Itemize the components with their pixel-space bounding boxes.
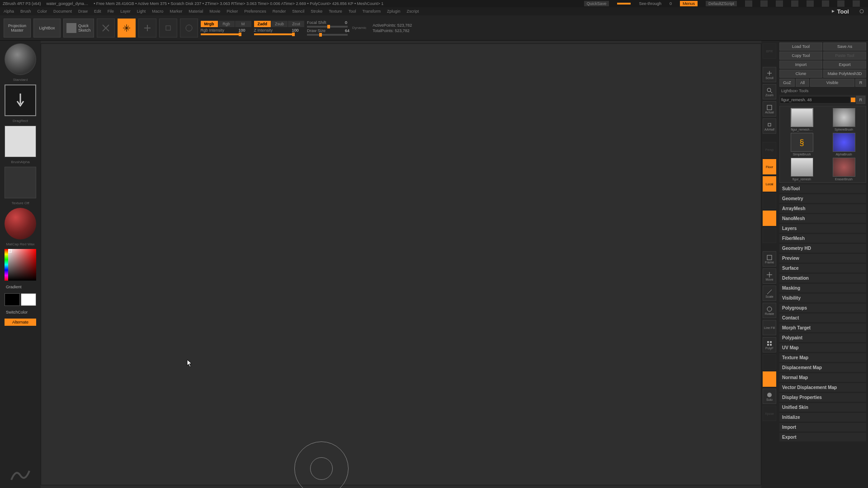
lframe-button[interactable]: [763, 193, 776, 209]
section-surface[interactable]: Surface: [779, 264, 866, 272]
z-intensity-slider[interactable]: [254, 33, 295, 35]
section-layers[interactable]: Layers: [779, 224, 866, 233]
section-polygroups[interactable]: Polygroups: [779, 304, 866, 312]
menu-picker[interactable]: Picker: [226, 9, 238, 14]
texture-preview[interactable]: [5, 167, 36, 198]
ghost-button[interactable]: [763, 371, 776, 387]
import-button[interactable]: Import: [779, 61, 822, 69]
gradient-button[interactable]: Gradient: [5, 283, 36, 291]
switch-color-button[interactable]: SwitchColor: [5, 309, 36, 316]
clone-button[interactable]: Clone: [779, 70, 822, 78]
section-geometry[interactable]: Geometry: [779, 194, 866, 203]
edit-mode-button[interactable]: [97, 19, 115, 38]
menu-color[interactable]: Color: [38, 9, 47, 14]
section-displayprops[interactable]: Display Properties: [779, 393, 866, 402]
zadd-button[interactable]: Zadd: [254, 21, 271, 27]
move-mode-button[interactable]: [138, 19, 156, 38]
section-normalmap[interactable]: Normal Map: [779, 373, 866, 382]
canvas-scale-button[interactable]: Scale: [763, 286, 776, 301]
rotate-mode-button[interactable]: [180, 19, 198, 38]
menu-edit[interactable]: Edit: [94, 9, 101, 14]
z-intensity-value[interactable]: 100: [292, 28, 299, 33]
section-nanomesh[interactable]: NanoMesh: [779, 214, 866, 223]
pin-icon[interactable]: [859, 9, 864, 14]
menu-zplugin[interactable]: Zplugin: [387, 9, 401, 14]
linefill-button[interactable]: Line Fill: [763, 320, 776, 335]
section-morphtarget[interactable]: Morph Target: [779, 324, 866, 332]
quick-sketch-button[interactable]: Quick Sketch: [63, 19, 94, 38]
section-unifiedskin[interactable]: Unified Skin: [779, 403, 866, 412]
window-btn-2[interactable]: [760, 0, 768, 7]
scale-mode-button[interactable]: [159, 19, 177, 38]
section-export[interactable]: Export: [779, 433, 866, 441]
menu-brush[interactable]: Brush: [20, 9, 31, 14]
zsub-button[interactable]: Zsub: [271, 21, 288, 27]
goz-visible-button[interactable]: Visible: [810, 79, 854, 87]
menu-file[interactable]: File: [108, 9, 114, 14]
zcut-button[interactable]: Zcut: [288, 21, 304, 27]
tool-item-figur[interactable]: figur_remesh…: [782, 108, 822, 131]
projection-master-button[interactable]: Projection Master: [4, 19, 31, 38]
section-arraymesh[interactable]: ArrayMesh: [779, 204, 866, 213]
rgb-intensity-value[interactable]: 100: [239, 28, 245, 33]
menu-marker[interactable]: Marker: [170, 9, 182, 14]
section-subtool[interactable]: SubTool: [779, 184, 866, 193]
window-btn-4[interactable]: [791, 0, 798, 7]
menu-alpha[interactable]: Alpha: [4, 9, 14, 14]
menus-button[interactable]: Menus: [680, 1, 698, 6]
menu-stroke[interactable]: Stroke: [311, 9, 322, 14]
floor-button[interactable]: Floor: [763, 159, 776, 174]
stroke-preview[interactable]: [5, 84, 36, 116]
section-uvmap[interactable]: UV Map: [779, 343, 866, 352]
window-btn-5[interactable]: [807, 0, 814, 7]
solo-button[interactable]: Solo: [763, 389, 776, 404]
menu-texture[interactable]: Texture: [329, 9, 342, 14]
mrgb-button[interactable]: Mrgb: [201, 21, 218, 27]
menu-tool[interactable]: Tool: [349, 9, 356, 14]
rgb-intensity-slider[interactable]: [201, 33, 241, 35]
transp-button[interactable]: [763, 354, 776, 370]
bpr-button[interactable]: BPR: [763, 43, 776, 59]
section-initialize[interactable]: Initialize: [779, 413, 866, 422]
brush-preview[interactable]: [5, 43, 36, 75]
draw-mode-button[interactable]: [118, 19, 136, 38]
tool-item-eraser[interactable]: EraserBrush: [824, 158, 864, 181]
copy-tool-button[interactable]: Copy Tool: [779, 52, 822, 60]
section-vectordisp[interactable]: Vector Displacement Map: [779, 383, 866, 392]
menu-preferences[interactable]: Preferences: [244, 9, 266, 14]
lightbox-tools-label[interactable]: Lightbox› Tools: [779, 88, 866, 94]
close-button[interactable]: [853, 0, 860, 7]
section-import[interactable]: Import: [779, 423, 866, 432]
section-fibermesh[interactable]: FiberMesh: [779, 234, 866, 243]
maximize-button[interactable]: [837, 0, 844, 7]
section-contact[interactable]: Contact: [779, 314, 866, 322]
menu-document[interactable]: Document: [53, 9, 72, 14]
section-visibility[interactable]: Visibility: [779, 294, 866, 302]
quicksave-button[interactable]: QuickSave: [584, 1, 609, 6]
tool-item-simple[interactable]: § SimpleBrush: [782, 133, 822, 156]
xpose-button[interactable]: Xpose: [763, 406, 776, 421]
goz-r-button[interactable]: R: [855, 79, 866, 87]
tool-filename-input[interactable]: [780, 97, 850, 103]
section-geometryhd[interactable]: Geometry HD: [779, 244, 866, 253]
draw-size-value[interactable]: 64: [345, 28, 349, 33]
window-btn-3[interactable]: [776, 0, 783, 7]
goz-button[interactable]: GoZ: [779, 79, 795, 87]
scroll-button[interactable]: Scroll: [763, 67, 776, 82]
axis-button[interactable]: [763, 228, 776, 243]
section-texturemap[interactable]: Texture Map: [779, 353, 866, 362]
polyf-button[interactable]: PolyF: [763, 337, 776, 352]
goz-all-button[interactable]: All: [796, 79, 809, 87]
xyz-button[interactable]: [763, 211, 776, 226]
section-masking[interactable]: Masking: [779, 284, 866, 292]
menu-movie[interactable]: Movie: [209, 9, 220, 14]
tool-item-alpha[interactable]: AlphaBrush: [824, 133, 864, 156]
color-picker[interactable]: [5, 249, 36, 281]
focal-shift-value[interactable]: 0: [345, 20, 347, 25]
menu-zscript[interactable]: Zscript: [407, 9, 419, 14]
tool-item-sphere[interactable]: SphereBrush: [824, 108, 864, 131]
menu-stencil[interactable]: Stencil: [292, 9, 304, 14]
menu-light[interactable]: Light: [137, 9, 146, 14]
section-displacement[interactable]: Displacement Map: [779, 363, 866, 372]
window-btn-1[interactable]: [745, 0, 752, 7]
